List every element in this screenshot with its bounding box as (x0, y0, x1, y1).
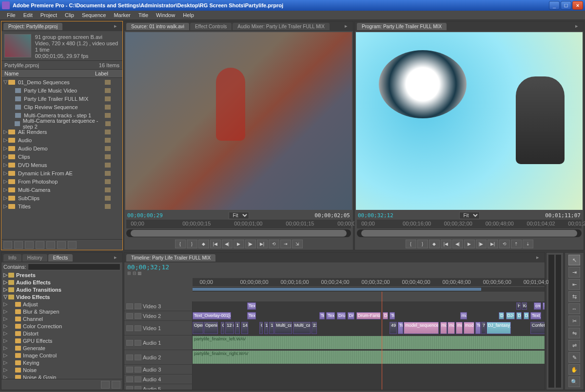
new-bin-button[interactable] (46, 241, 55, 249)
effects-tab[interactable]: History (22, 254, 47, 261)
bin-row[interactable]: ▷Titles (1, 202, 122, 210)
menu-edit[interactable]: Edit (20, 11, 37, 19)
disclosure-triangle[interactable]: ▷ (3, 279, 8, 285)
video-clip[interactable]: Drum (348, 312, 354, 319)
effects-row[interactable]: ▷Distort (1, 330, 122, 337)
effects-row[interactable]: ▷Audio Effects (1, 279, 122, 286)
icon-view-button[interactable] (14, 241, 23, 249)
video-clip[interactable]: cor (543, 302, 545, 310)
bin-row[interactable]: Multi-Camera target sequence - step 2 (1, 119, 122, 128)
program-ruler[interactable]: 00;0000;00;16;0000;00;32;0000;00;48;0000… (357, 220, 582, 228)
video-clip[interactable]: 23 (312, 322, 317, 334)
track-lock[interactable] (135, 325, 141, 331)
disclosure-triangle[interactable]: ▷ (3, 272, 8, 278)
close-button[interactable]: × (572, 1, 583, 10)
new-bin-button[interactable] (101, 381, 110, 389)
track-lock[interactable] (135, 386, 141, 390)
track-content[interactable]: partylife_finalmix_left.WAV (193, 336, 545, 350)
project-tab[interactable]: Project: Partylife.prproj (3, 23, 62, 30)
disclosure-triangle[interactable]: ▷ (3, 301, 8, 307)
menu-clip[interactable]: Clip (61, 11, 78, 19)
effects-row[interactable]: ▷Color Correction (1, 322, 122, 330)
disclosure-triangle[interactable]: ▷ (3, 137, 8, 143)
video-clip[interactable]: 16 (269, 322, 273, 334)
video-clip[interactable]: Tex (319, 312, 325, 319)
track-header[interactable]: Audio 2 (124, 350, 193, 364)
goto-out-button[interactable]: ▶| (257, 240, 268, 248)
rolling-edit-tool[interactable]: ⇆ (568, 291, 580, 302)
extract-button[interactable]: ⇣ (523, 240, 533, 248)
timeline-tab[interactable]: Timeline: Party Life Trailer FULL MIX (126, 254, 215, 261)
set-in-button[interactable]: { (406, 240, 416, 248)
set-out-button[interactable]: } (187, 240, 197, 248)
track-content[interactable] (193, 365, 545, 374)
bin-row[interactable]: ▷Multi-Camera (1, 186, 122, 194)
label-swatch[interactable] (105, 130, 111, 134)
play-button[interactable]: ▶ (234, 240, 244, 248)
set-out-button[interactable]: } (417, 240, 428, 248)
effects-row[interactable]: ▷Image Control (1, 352, 122, 359)
work-area-bar[interactable] (193, 287, 545, 292)
video-clip[interactable]: Multi_can (293, 322, 311, 334)
clip-thumbnail[interactable] (4, 34, 31, 57)
slip-tool[interactable]: ⇋ (568, 328, 580, 338)
program-viewport[interactable] (356, 32, 583, 210)
video-clip[interactable]: Text (247, 312, 256, 319)
effects-row[interactable]: ▷Noise (1, 366, 122, 373)
video-clip[interactable]: DJ-fa (506, 312, 515, 319)
selection-tool[interactable]: ↖ (568, 255, 580, 265)
effects-row[interactable]: ▽Video Effects (1, 293, 122, 300)
effects-row[interactable]: ▷Keying (1, 359, 122, 366)
bin-row[interactable]: Party Life Trailer FULL MIX (1, 94, 122, 103)
source-viewport[interactable] (125, 32, 352, 210)
bin-list-header[interactable]: Name Label (1, 69, 122, 78)
label-swatch[interactable] (105, 204, 111, 209)
effects-search-input[interactable] (28, 263, 120, 270)
video-clip[interactable]: Dr (383, 312, 388, 319)
video-clip[interactable]: C (259, 322, 263, 334)
video-clip[interactable]: DJ (499, 312, 504, 319)
loop-button[interactable]: ⟲ (269, 240, 279, 248)
video-clip[interactable]: mod (456, 322, 463, 334)
zoom-tool[interactable]: 🔍 (568, 376, 580, 387)
video-clip[interactable]: Multi_cam (274, 322, 292, 334)
effects-row[interactable]: ▷Audio Transitions (1, 286, 122, 293)
maximize-button[interactable]: □ (561, 1, 571, 10)
video-clip[interactable]: Drum-Fantasy[DV]-01 (356, 312, 381, 319)
track-lock[interactable] (135, 367, 141, 373)
pen-tool[interactable]: ✎ (568, 352, 580, 363)
track-toggle[interactable] (126, 376, 133, 382)
label-swatch[interactable] (105, 138, 111, 143)
playhead[interactable] (382, 292, 382, 390)
panel-menu-icon[interactable] (536, 254, 543, 261)
delete-button[interactable] (68, 241, 77, 249)
ripple-edit-tool[interactable]: ⇤ (568, 279, 580, 290)
menu-sequence[interactable]: Sequence (78, 11, 110, 19)
disclosure-triangle[interactable]: ▷ (3, 337, 8, 344)
video-clip[interactable]: mo (448, 322, 454, 334)
effects-row[interactable]: ▷GPU Effects (1, 337, 122, 344)
disclosure-triangle[interactable]: ▷ (3, 129, 8, 135)
track-content[interactable]: Text_Overlay-001[open]0TextTexTextDruDru… (193, 311, 545, 320)
source-scrub-bar[interactable] (126, 229, 351, 237)
step-fwd-button[interactable]: |▶ (245, 240, 256, 248)
track-lock[interactable] (135, 355, 141, 360)
timeline-tools[interactable]: ⊞ ⊟ ▦ (127, 271, 542, 276)
label-swatch[interactable] (105, 80, 111, 85)
track-toggle[interactable] (126, 386, 133, 390)
video-clip[interactable]: Te (390, 312, 395, 319)
effects-row[interactable]: ▷Channel (1, 315, 122, 322)
disclosure-triangle[interactable]: ▷ (3, 367, 8, 373)
program-zoom-select[interactable]: Fit (459, 212, 480, 219)
track-select-tool[interactable]: ⇥ (568, 267, 580, 278)
label-swatch[interactable] (105, 105, 111, 110)
label-swatch[interactable] (105, 113, 111, 118)
track-toggle[interactable] (126, 325, 133, 331)
step-fwd-button[interactable]: |▶ (476, 240, 487, 248)
bin-row[interactable]: ▷Audio Demo (1, 144, 122, 152)
label-swatch[interactable] (105, 96, 111, 101)
video-clip[interactable]: DJ (516, 312, 522, 319)
video-clip[interactable]: 11 (264, 322, 269, 334)
video-clip[interactable]: 12 ma (225, 322, 234, 334)
disclosure-triangle[interactable]: ▷ (3, 330, 8, 336)
